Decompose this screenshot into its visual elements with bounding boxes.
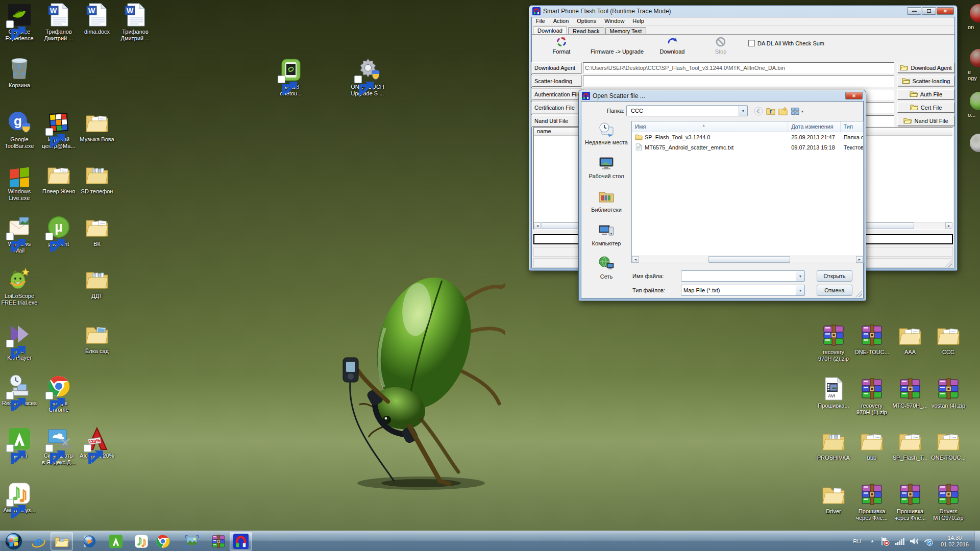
sidebar-item-2[interactable]: Библиотеки bbox=[582, 188, 630, 213]
desktop-icon-rar[interactable]: recovery 970H (2).zip bbox=[814, 323, 853, 362]
dialog-resize-grip[interactable] bbox=[855, 290, 862, 297]
desktop-icon-recycle[interactable]: Корзина bbox=[0, 56, 39, 89]
sidebar-item-4[interactable]: Сеть bbox=[582, 255, 630, 280]
signal-icon[interactable] bbox=[894, 536, 905, 546]
desktop-icon-kmplayer[interactable]: The KMPlayer bbox=[0, 322, 39, 361]
menu-help[interactable]: Help bbox=[628, 17, 648, 24]
taskbar-item-ie[interactable]: e bbox=[28, 532, 48, 550]
dialog-titlebar[interactable]: Open Scatter file ... ✕ bbox=[579, 90, 866, 102]
filename-combobox[interactable]: ▼ bbox=[681, 270, 805, 282]
desktop-icon-folder-docs[interactable]: ВК bbox=[78, 215, 116, 247]
scroll-left-icon[interactable]: ◄ bbox=[632, 256, 639, 263]
scroll-right-icon[interactable]: ► bbox=[945, 222, 952, 229]
sidebar-item-1[interactable]: Рабочий стол bbox=[582, 155, 630, 179]
language-indicator[interactable]: RU bbox=[848, 538, 866, 544]
edge-desktop-icon[interactable]: e ogy bbox=[968, 49, 980, 81]
close-icon[interactable]: ✕ bbox=[937, 7, 954, 15]
clock[interactable]: 14:30 01.02.2016 bbox=[936, 535, 974, 548]
cert-file-button[interactable]: Cert File bbox=[897, 103, 954, 113]
up-folder-icon[interactable] bbox=[765, 106, 776, 116]
desktop-icon-folder-docs[interactable]: CCC bbox=[929, 323, 968, 356]
menu-options[interactable]: Options bbox=[573, 17, 600, 24]
desktop-icon-folder-photo[interactable]: Ёлка сад bbox=[78, 322, 116, 355]
chevron-down-icon[interactable]: ▼ bbox=[796, 285, 804, 295]
desktop-icon-folder-files[interactable]: ДДТ bbox=[78, 267, 116, 299]
desktop-icon-worddoc[interactable]: WТрифанов Дмитрий ... bbox=[39, 3, 78, 42]
desktop-icon-mail[interactable]: Windows Mail bbox=[0, 215, 39, 254]
desktop-icon-folder-files[interactable]: SD телефон bbox=[78, 162, 116, 195]
taskbar-item-amigo[interactable] bbox=[106, 532, 126, 550]
maximize-icon[interactable] bbox=[922, 7, 936, 15]
name-column-header[interactable]: name bbox=[534, 128, 581, 135]
speaker-icon[interactable] bbox=[909, 536, 920, 546]
column-header-2[interactable]: Тип bbox=[841, 121, 863, 132]
desktop-icon-rar[interactable]: Drivers MTC970.zip bbox=[929, 482, 968, 521]
back-icon[interactable] bbox=[753, 106, 764, 116]
filetype-combobox[interactable]: Map File (*.txt) ▼ bbox=[681, 285, 805, 296]
taskbar-item-wmp[interactable] bbox=[79, 532, 99, 550]
desktop-icon-rar[interactable]: recovery 970H (1).zip bbox=[852, 377, 891, 416]
taskbar-item-explorer[interactable] bbox=[51, 532, 73, 550]
dialog-horizontal-scrollbar[interactable]: ◄ ► bbox=[632, 256, 863, 263]
menu-file[interactable]: File bbox=[532, 17, 549, 24]
column-header-0[interactable]: Имя▲ bbox=[632, 121, 788, 132]
scroll-left-icon[interactable]: ◄ bbox=[534, 222, 541, 229]
edge-desktop-icon[interactable] bbox=[968, 134, 980, 154]
desktop-icon-amigomusic[interactable]: Амиго.Муз... bbox=[0, 481, 39, 514]
firmware-upgrade-button[interactable]: Firmware -> Upgrade bbox=[585, 36, 649, 55]
dialog-file-list[interactable]: Имя▲Дата измененияТип SP_Flash_Tool_v3.1… bbox=[631, 121, 864, 263]
auth-file-button[interactable]: Auth File bbox=[897, 89, 954, 99]
edge-desktop-icon[interactable]: o... bbox=[968, 92, 980, 118]
desktop-icon-chrome[interactable]: Google Chrome bbox=[39, 374, 78, 413]
desktop-icon-onetouch[interactable]: ONE TOUCH Upgrade S ... bbox=[348, 58, 387, 97]
da-dl-checksum-checkbox[interactable] bbox=[748, 40, 755, 46]
desktop-icon-recent[interactable]: RecentPlaces bbox=[0, 374, 39, 407]
column-header-1[interactable]: Дата изменения bbox=[788, 121, 840, 132]
field-input-1[interactable] bbox=[583, 76, 894, 87]
desktop-icon-alcohol[interactable]: 120%Alcohol 120% bbox=[78, 427, 116, 459]
desktop-icon-winflag[interactable]: Windows Live.exe bbox=[0, 162, 39, 202]
show-hidden-icons-icon[interactable]: ▲ bbox=[866, 539, 878, 543]
sync-icon[interactable] bbox=[923, 536, 934, 546]
sidebar-item-0[interactable]: Недавние места bbox=[582, 121, 630, 145]
desktop-icon-rar[interactable]: vostan (4).zip bbox=[929, 377, 968, 409]
nand-util-file-button[interactable]: Nand Util File bbox=[897, 116, 954, 126]
file-row[interactable]: SP_Flash_Tool_v3.1244.025.09.2013 21:47П… bbox=[632, 132, 863, 142]
desktop-icon-rubik[interactable]: Игровой центр@Ма... bbox=[39, 110, 78, 149]
minimize-icon[interactable] bbox=[907, 7, 921, 15]
desktop-icon-amigo[interactable]: Амиго bbox=[0, 427, 39, 459]
format-button[interactable]: Format bbox=[539, 36, 584, 55]
dialog-close-icon[interactable]: ✕ bbox=[845, 92, 863, 99]
cancel-button[interactable]: Отмена bbox=[817, 285, 852, 296]
show-desktop-button[interactable] bbox=[974, 531, 980, 551]
taskbar-item-chrome[interactable] bbox=[153, 532, 173, 550]
taskbar-item-image-viewer[interactable] bbox=[182, 532, 202, 550]
chevron-down-icon[interactable]: ▼ bbox=[796, 271, 804, 281]
flag-icon[interactable] bbox=[880, 536, 891, 546]
scatter-loading-button[interactable]: Scatter-loading bbox=[897, 76, 954, 86]
chevron-down-icon[interactable]: ▼ bbox=[739, 106, 747, 116]
flash-tool-titlebar[interactable]: Smart Phone Flash Tool (Runtime Trace Mo… bbox=[529, 6, 957, 17]
download-agent-button[interactable]: Download Agent bbox=[897, 63, 954, 73]
field-input-0[interactable]: C:\Users\USER\Desktop\CCC\SP_Flash_Tool_… bbox=[583, 62, 894, 73]
desktop-icon-folder-docs[interactable]: Музыка Вова bbox=[78, 110, 116, 143]
open-button[interactable]: Открыть bbox=[817, 270, 852, 282]
desktop-icon-folder-docs[interactable]: ONE-TOUC... bbox=[929, 429, 968, 461]
folder-combobox[interactable]: CCC ▼ bbox=[626, 105, 748, 116]
menu-action[interactable]: Action bbox=[549, 17, 573, 24]
desktop-icon-worddoc[interactable]: WТрифанов Дмитрий ... bbox=[116, 3, 155, 42]
desktop-icon-gtoolbar[interactable]: gGoogle ToolBar.exe bbox=[0, 110, 39, 149]
scroll-right-icon[interactable]: ► bbox=[856, 256, 863, 263]
taskbar-item-flash-tool[interactable] bbox=[230, 532, 252, 550]
file-row[interactable]: MT6575_Android_scatter_emmc.txt09.07.201… bbox=[632, 142, 863, 153]
scroll-thumb[interactable] bbox=[708, 256, 790, 263]
taskbar-item-start[interactable] bbox=[2, 532, 26, 550]
resize-grip[interactable] bbox=[945, 260, 952, 267]
taskbar-item-amigo-music[interactable] bbox=[131, 532, 152, 550]
desktop-icon-nvidia[interactable]: GeForce Experience bbox=[0, 3, 39, 42]
new-folder-icon[interactable] bbox=[777, 106, 789, 116]
download-button[interactable]: Download bbox=[650, 36, 694, 55]
menu-window[interactable]: Window bbox=[600, 17, 628, 24]
edge-desktop-icon[interactable]: on bbox=[968, 4, 980, 30]
desktop-icon-yascr[interactable]: Скриншоты в Яндекс.Д... bbox=[39, 427, 78, 466]
